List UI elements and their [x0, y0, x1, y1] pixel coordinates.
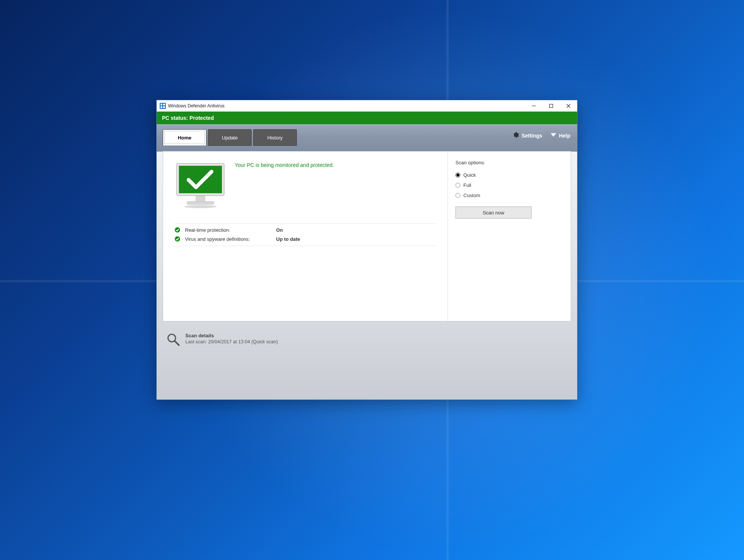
protected-monitor-icon: [174, 161, 226, 211]
title-bar[interactable]: Windows Defender Antivirus: [157, 100, 577, 112]
svg-line-16: [175, 341, 179, 345]
check-circle-icon: [174, 236, 180, 242]
pc-status-text: PC status: Protected: [162, 115, 214, 121]
toolbar: Home Update History Settings Help: [157, 124, 577, 151]
svg-point-14: [175, 236, 180, 242]
panels: Your PC is being monitored and protected…: [163, 151, 571, 321]
svg-marker-7: [550, 133, 556, 137]
chevron-down-icon: [550, 132, 557, 139]
settings-label: Settings: [521, 133, 542, 139]
tab-update-label: Update: [222, 135, 238, 141]
rtp-label: Real-time protection:: [185, 227, 272, 233]
scan-option-quick-radio[interactable]: [455, 173, 460, 177]
status-row-rtp: Real-time protection: On: [174, 224, 436, 234]
magnifier-icon: [167, 333, 180, 346]
maximize-button[interactable]: [542, 100, 560, 112]
scan-option-full[interactable]: Full: [455, 182, 563, 188]
scan-options-title: Scan options:: [455, 160, 563, 165]
tab-update[interactable]: Update: [208, 129, 252, 146]
window-title: Windows Defender Antivirus: [168, 103, 225, 109]
tab-history-label: History: [267, 135, 283, 141]
hero: Your PC is being monitored and protected…: [174, 161, 436, 211]
last-scan-text: Last scan: 20/04/2017 at 13:04 (Quick sc…: [185, 339, 278, 344]
svg-rect-10: [196, 196, 205, 202]
status-row-definitions: Virus and spyware definitions: Up to dat…: [174, 234, 436, 246]
scan-option-custom-label: Custom: [463, 193, 480, 198]
scan-details: Scan details Last scan: 20/04/2017 at 13…: [163, 328, 571, 349]
scan-option-custom-radio[interactable]: [455, 193, 460, 198]
scan-option-quick[interactable]: Quick: [455, 172, 563, 178]
scan-now-label: Scan now: [483, 210, 504, 216]
settings-link[interactable]: Settings: [512, 132, 542, 139]
scan-details-title: Scan details: [185, 333, 278, 338]
scan-option-custom[interactable]: Custom: [455, 193, 563, 198]
svg-rect-4: [550, 104, 553, 108]
minimize-button[interactable]: [525, 100, 542, 112]
status-table: Real-time protection: On Virus and spywa…: [174, 223, 436, 246]
definitions-value: Up to date: [276, 236, 300, 242]
main-panel: Your PC is being monitored and protected…: [163, 151, 448, 321]
content-area: Your PC is being monitored and protected…: [157, 151, 577, 399]
help-label: Help: [559, 133, 570, 139]
definitions-label: Virus and spyware definitions:: [185, 236, 272, 242]
pc-status-strip: PC status: Protected: [157, 112, 577, 124]
gear-icon: [512, 132, 519, 139]
scan-option-full-label: Full: [463, 182, 471, 188]
close-button[interactable]: [560, 100, 577, 112]
tab-home-label: Home: [178, 135, 191, 141]
scan-now-button[interactable]: Scan now: [455, 207, 532, 219]
scan-option-full-radio[interactable]: [455, 183, 460, 188]
tab-history[interactable]: History: [253, 129, 297, 146]
scan-options-panel: Scan options: Quick Full Custom Scan now: [448, 151, 571, 321]
toolbar-right: Settings Help: [512, 132, 570, 139]
tab-strip: Home Update History: [163, 129, 571, 146]
svg-rect-11: [187, 201, 214, 204]
svg-point-13: [175, 227, 180, 233]
help-link[interactable]: Help: [550, 132, 570, 139]
defender-icon: [160, 103, 166, 109]
hero-message: Your PC is being monitored and protected…: [235, 162, 334, 168]
tab-home[interactable]: Home: [163, 129, 206, 145]
svg-rect-9: [179, 166, 222, 193]
check-circle-icon: [174, 227, 180, 233]
scan-option-quick-label: Quick: [463, 172, 476, 178]
rtp-value: On: [276, 227, 283, 233]
window-controls: [525, 100, 577, 112]
app-window: Windows Defender Antivirus PC status: Pr…: [156, 100, 577, 400]
svg-point-12: [184, 205, 217, 208]
